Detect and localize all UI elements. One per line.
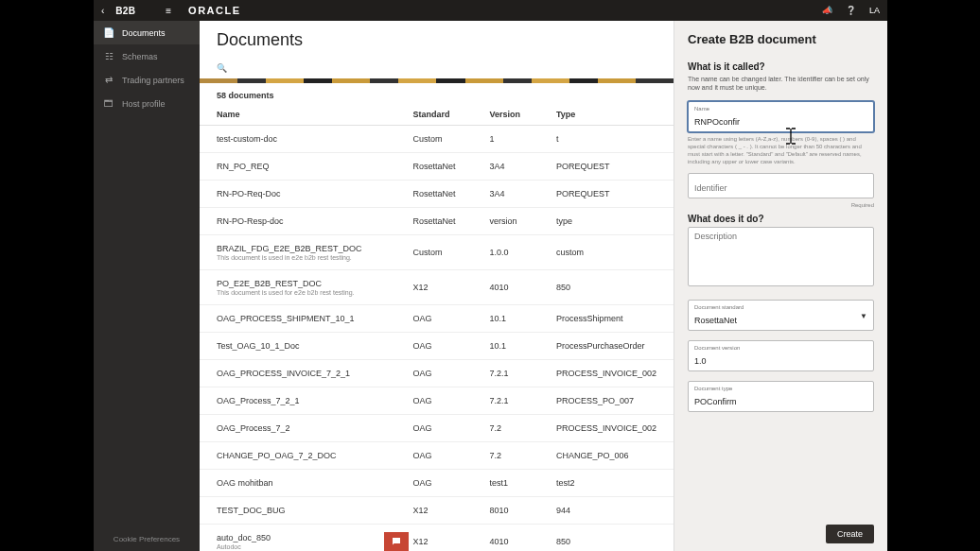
table-cell: 3A4 bbox=[472, 153, 538, 181]
create-button[interactable]: Create bbox=[826, 525, 874, 543]
table-cell: OAG bbox=[395, 442, 472, 470]
name-help-text: Enter a name using letters (A-Z,a-z), nu… bbox=[688, 136, 874, 165]
announcements-icon[interactable]: 📣 bbox=[822, 6, 832, 15]
table-cell: PO_E2E_B2B_REST_DOCThis document is used… bbox=[200, 270, 395, 305]
table-cell: Test_OAG_10_1_Doc bbox=[200, 333, 395, 360]
name-input[interactable] bbox=[694, 117, 867, 127]
menu-icon[interactable]: ≡ bbox=[166, 6, 171, 16]
table-cell: ProcessPurchaseOrder bbox=[539, 333, 674, 360]
sidebar-icon: 🗔 bbox=[103, 98, 114, 109]
oracle-logo: ORACLE bbox=[188, 5, 240, 16]
table-row[interactable]: OAG_PROCESS_INVOICE_7_2_1OAG7.2.1PROCESS… bbox=[200, 360, 674, 387]
sidebar-item-schemas[interactable]: ☷Schemas bbox=[94, 44, 200, 68]
description-field[interactable] bbox=[688, 227, 874, 286]
required-label: Required bbox=[688, 202, 874, 208]
table-cell: RosettaNet bbox=[395, 208, 472, 235]
table-cell: OAG bbox=[395, 470, 472, 497]
section-name-title: What is it called? bbox=[688, 61, 874, 72]
table-cell: 1 bbox=[472, 126, 538, 153]
main-content: Documents 🔍 58 documents Name Standard V… bbox=[200, 21, 674, 551]
table-cell: RN-PO-Req-Doc bbox=[200, 181, 395, 208]
page-title: Documents bbox=[217, 30, 656, 50]
search-icon[interactable]: 🔍 bbox=[217, 63, 227, 73]
table-cell: OAG bbox=[395, 415, 472, 442]
app-name: B2B bbox=[115, 6, 135, 16]
col-header-type[interactable]: Type bbox=[539, 104, 674, 126]
sidebar-item-documents[interactable]: 📄Documents bbox=[94, 21, 200, 44]
table-cell: 944 bbox=[539, 497, 674, 525]
table-cell: OAG mohitban bbox=[200, 470, 395, 497]
table-cell: PROCESS_INVOICE_002 bbox=[539, 415, 674, 442]
table-row[interactable]: OAG mohitbanOAGtest1test2 bbox=[200, 470, 674, 497]
table-cell: PROCESS_INVOICE_002 bbox=[539, 360, 674, 387]
table-row[interactable]: OAG_Process_7_2_1OAG7.2.1PROCESS_PO_007 bbox=[200, 387, 674, 415]
document-version-field[interactable]: Document version bbox=[688, 340, 874, 371]
table-cell: OAG bbox=[395, 360, 472, 387]
svg-point-2 bbox=[397, 541, 398, 542]
identifier-field[interactable] bbox=[688, 173, 874, 198]
table-cell: 4010 bbox=[472, 270, 538, 305]
std-input[interactable] bbox=[694, 316, 856, 325]
description-input[interactable] bbox=[694, 232, 867, 279]
table-cell: OAG_PROCESS_INVOICE_7_2_1 bbox=[200, 360, 395, 387]
sidebar-item-host-profile[interactable]: 🗔Host profile bbox=[94, 92, 200, 115]
table-row[interactable]: OAG_PROCESS_SHIPMENT_10_1OAG10.1ProcessS… bbox=[200, 305, 674, 333]
type-input[interactable] bbox=[694, 397, 867, 406]
table-cell: 7.2 bbox=[472, 442, 538, 470]
table-cell: CHANGE_PO_006 bbox=[539, 442, 674, 470]
table-row[interactable]: RN_PO_REQRosettaNet3A4POREQUEST bbox=[200, 153, 674, 181]
col-header-name[interactable]: Name bbox=[200, 104, 395, 126]
table-row[interactable]: Test_OAG_10_1_DocOAG10.1ProcessPurchaseO… bbox=[200, 333, 674, 360]
panel-title: Create B2B document bbox=[688, 32, 874, 46]
type-label: Document type bbox=[694, 386, 867, 391]
table-row[interactable]: RN-PO-Resp-docRosettaNetversiontype bbox=[200, 208, 674, 235]
svg-point-0 bbox=[394, 541, 395, 542]
table-cell: X12 bbox=[395, 497, 472, 525]
user-avatar[interactable]: LA bbox=[869, 6, 880, 15]
std-label: Document standard bbox=[694, 304, 856, 310]
table-cell: RN_PO_REQ bbox=[200, 153, 395, 181]
table-row[interactable]: OAG_Process_7_2OAG7.2PROCESS_INVOICE_002 bbox=[200, 415, 674, 442]
table-row[interactable]: test-custom-docCustom1t bbox=[200, 126, 674, 153]
table-cell: version bbox=[472, 208, 538, 235]
table-cell: 10.1 bbox=[472, 333, 538, 360]
chevron-down-icon[interactable]: ▼ bbox=[860, 312, 867, 320]
table-row[interactable]: PO_E2E_B2B_REST_DOCThis document is used… bbox=[200, 270, 674, 305]
col-header-version[interactable]: Version bbox=[472, 104, 538, 126]
sidebar-label: Trading partners bbox=[122, 76, 184, 85]
svg-point-1 bbox=[396, 541, 397, 542]
ver-input[interactable] bbox=[694, 356, 867, 366]
col-header-standard[interactable]: Standard bbox=[395, 104, 472, 126]
chat-button[interactable] bbox=[384, 532, 409, 551]
table-row[interactable]: TEST_DOC_BUGX128010944 bbox=[200, 497, 674, 525]
table-row[interactable]: BRAZIL_FDG_E2E_B2B_REST_DOCThis document… bbox=[200, 235, 674, 270]
table-cell: t bbox=[539, 126, 674, 153]
table-row[interactable]: RN-PO-Req-DocRosettaNet3A4POREQUEST bbox=[200, 181, 674, 208]
section-desc-title: What does it do? bbox=[688, 214, 874, 224]
document-standard-field[interactable]: Document standard ▼ bbox=[688, 300, 874, 331]
identifier-input[interactable] bbox=[694, 183, 867, 193]
table-row[interactable]: auto_doc_850AutodocX124010850 bbox=[200, 525, 674, 552]
table-cell: X12 bbox=[395, 270, 472, 305]
table-cell: 850 bbox=[539, 525, 674, 552]
ver-label: Document version bbox=[694, 345, 867, 351]
table-cell: test-custom-doc bbox=[200, 126, 395, 153]
table-cell: OAG_PROCESS_SHIPMENT_10_1 bbox=[200, 305, 395, 333]
table-cell: 8010 bbox=[472, 497, 538, 525]
document-count: 58 documents bbox=[200, 83, 674, 104]
sidebar-label: Host profile bbox=[122, 99, 166, 109]
help-icon[interactable]: ❔ bbox=[846, 6, 856, 15]
document-type-field[interactable]: Document type bbox=[688, 381, 874, 412]
table-row[interactable]: CHANGE_PO_OAG_7_2_DOCOAG7.2CHANGE_PO_006 bbox=[200, 442, 674, 470]
table-cell: BRAZIL_FDG_E2E_B2B_REST_DOCThis document… bbox=[200, 235, 395, 270]
table-cell: Custom bbox=[395, 235, 472, 270]
sidebar-item-trading-partners[interactable]: ⇄Trading partners bbox=[94, 68, 200, 92]
table-cell: 3A4 bbox=[472, 181, 538, 208]
sidebar-icon: 📄 bbox=[103, 27, 114, 38]
cookie-preferences[interactable]: Cookie Preferences bbox=[94, 527, 200, 551]
table-cell: 7.2.1 bbox=[472, 387, 538, 415]
table-cell: RN-PO-Resp-doc bbox=[200, 208, 395, 235]
back-button[interactable]: ‹ bbox=[101, 6, 104, 16]
name-field[interactable]: Name bbox=[688, 101, 874, 132]
table-cell: RosettaNet bbox=[395, 153, 472, 181]
